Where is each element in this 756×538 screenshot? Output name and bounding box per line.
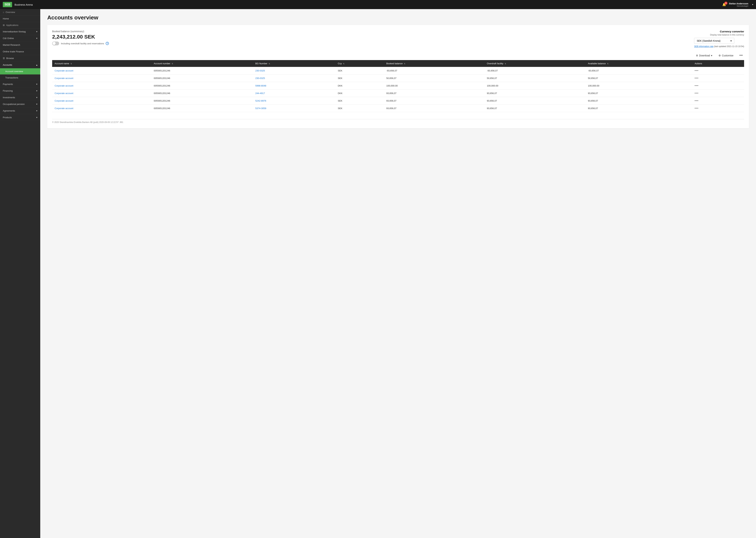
cell-account-name-5: Corporate account bbox=[52, 105, 151, 112]
sidebar-item-ci-online[interactable]: C&I Online ▾ bbox=[0, 35, 40, 42]
table-body: Corporate account 0055651201246 230-0325… bbox=[52, 67, 744, 112]
account-name-link-4[interactable]: Corporate account bbox=[55, 99, 73, 102]
cell-bg-number-1: 230-0325 bbox=[253, 75, 335, 82]
cell-bg-number-0: 230-0325 bbox=[253, 67, 335, 75]
account-name-link-3[interactable]: Corporate account bbox=[55, 92, 73, 94]
cell-booked-balance-3: 93,656,07 bbox=[384, 89, 484, 97]
toggle-knob bbox=[53, 42, 56, 45]
row-actions-button-5[interactable]: ••• bbox=[694, 107, 699, 110]
cell-available-balance-1: 50,656,07 bbox=[586, 75, 692, 82]
balance-label: Booked balance (summmary) bbox=[52, 30, 109, 33]
sidebar-subitem-transactions[interactable]: Transactions bbox=[0, 75, 40, 81]
seb-logo: SEB bbox=[3, 2, 12, 7]
sort-icon-booked-balance[interactable]: ⇅ bbox=[404, 63, 405, 65]
sidebar-item-internetbanken[interactable]: Internetbanken företag ▾ bbox=[0, 28, 40, 35]
cell-overdraft-2: 100,000.00 bbox=[484, 82, 586, 89]
account-name-link-5[interactable]: Corporate account bbox=[55, 107, 73, 110]
main-layout: ⌂ Overview Home ⊞ Applications Internetb… bbox=[0, 9, 756, 538]
currency-select-dropdown[interactable]: SEK (Swedish Krona) ▾ bbox=[694, 38, 734, 44]
sidebar-item-investments[interactable]: Investments ▾ bbox=[0, 94, 40, 101]
overdraft-toggle[interactable] bbox=[52, 41, 59, 45]
bg-number-link-1[interactable]: 230-0325 bbox=[255, 77, 265, 80]
sidebar-item-home[interactable]: Home bbox=[0, 16, 40, 22]
download-button[interactable]: ⬇ Download ▾ bbox=[694, 53, 714, 58]
sidebar-item-payments[interactable]: Payments ▾ bbox=[0, 81, 40, 87]
table-row: Corporate account 0055651201246 5242-897… bbox=[52, 97, 744, 105]
row-actions-button-3[interactable]: ••• bbox=[694, 91, 699, 94]
seb-rate-link[interactable]: SEB information rate bbox=[694, 45, 714, 48]
currency-select-value: SEK (Swedish Krona) bbox=[697, 39, 720, 42]
row-actions-button-4[interactable]: ••• bbox=[694, 99, 699, 102]
customise-button[interactable]: ⚙ Customise bbox=[717, 53, 735, 58]
account-name-link-1[interactable]: Corporate account bbox=[55, 77, 73, 80]
sidebar-subitem-account-overview[interactable]: Account overview bbox=[0, 68, 40, 75]
sidebar-item-occupational-pension[interactable]: Occupational pension ▾ bbox=[0, 101, 40, 108]
sort-icon-available-balance[interactable]: ⇅ bbox=[607, 63, 608, 65]
sidebar-item-online-trade[interactable]: Online trade Finance bbox=[0, 48, 40, 55]
bg-number-link-0[interactable]: 230-0325 bbox=[255, 69, 265, 72]
user-info[interactable]: Stefan Andersson Demobolaget bbox=[729, 2, 748, 7]
cell-ccy-2: DKK bbox=[335, 82, 384, 89]
notification-badge: 8 bbox=[724, 2, 728, 5]
sidebar-item-market-research[interactable]: Market Research bbox=[0, 42, 40, 48]
cell-bg-number-2: 5998-8048 bbox=[253, 82, 335, 89]
col-overdraft-facility: Overdraft facility ⇅ bbox=[484, 60, 586, 67]
sort-icon-account-number[interactable]: ⇅ bbox=[172, 63, 173, 65]
row-actions-button-2[interactable]: ••• bbox=[694, 84, 699, 87]
sort-icon-account-name[interactable]: ⇅ bbox=[71, 63, 72, 65]
help-icon[interactable]: ? bbox=[106, 42, 109, 45]
more-options-button[interactable]: ••• bbox=[738, 53, 744, 58]
table-header: Account name ⇅ Account number ⇅ BG Numbe… bbox=[52, 60, 744, 67]
account-name-link-0[interactable]: Corporate account bbox=[55, 69, 73, 72]
bg-number-link-4[interactable]: 5242-8976 bbox=[255, 99, 266, 102]
converter-title: Currency converter bbox=[694, 30, 744, 33]
cell-overdraft-0: -93,656,07 bbox=[484, 67, 586, 75]
cell-actions-0: ••• bbox=[692, 67, 744, 75]
row-actions-button-1[interactable]: ••• bbox=[694, 77, 699, 80]
overdraft-row: Including overdraft facility and reserva… bbox=[52, 41, 109, 45]
col-actions: Actions bbox=[692, 60, 744, 67]
sort-icon-overdraft[interactable]: ⇅ bbox=[505, 63, 506, 65]
cell-booked-balance-4: 93,656,07 bbox=[384, 97, 484, 105]
chevron-icon-investments: ▾ bbox=[36, 96, 37, 99]
bg-number-link-3[interactable]: 244-4917 bbox=[255, 92, 265, 94]
chevron-icon-ci: ▾ bbox=[36, 37, 37, 39]
currency-converter: Currency converter Display total balance… bbox=[694, 30, 744, 48]
account-name-link-2[interactable]: Corporate account bbox=[55, 84, 73, 87]
accounts-card: Booked balance (summmary) 2,243,212.00 S… bbox=[47, 25, 749, 128]
browse-icon: ☰ bbox=[3, 57, 5, 60]
cell-actions-5: ••• bbox=[692, 105, 744, 112]
sidebar-item-browse[interactable]: ☰ Browse bbox=[0, 55, 40, 62]
cell-account-name-1: Corporate account bbox=[52, 75, 151, 82]
page-footer: © 2020 Skandinaviska Enskilda Banken AB … bbox=[52, 119, 744, 124]
download-icon: ⬇ bbox=[696, 54, 698, 57]
notification-bell[interactable]: 🔔 8 bbox=[722, 3, 726, 7]
table-toolbar: ⬇ Download ▾ ⚙ Customise ••• bbox=[52, 51, 744, 58]
cell-account-number-1: 0055651201246 bbox=[151, 75, 253, 82]
sort-icon-ccy[interactable]: ⇅ bbox=[343, 63, 344, 65]
col-account-number: Account number ⇅ bbox=[151, 60, 253, 67]
sidebar-item-products[interactable]: Products ▾ bbox=[0, 114, 40, 121]
cell-account-number-0: 0055651201246 bbox=[151, 67, 253, 75]
sidebar-overview-header: ⌂ Overview bbox=[0, 9, 40, 16]
cell-account-name-2: Corporate account bbox=[52, 82, 151, 89]
chevron-icon-accounts: ▴ bbox=[36, 64, 37, 66]
row-actions-button-0[interactable]: ••• bbox=[694, 69, 699, 72]
sort-icon-bg-number[interactable]: ⇅ bbox=[269, 63, 270, 65]
cell-ccy-3: DKK bbox=[335, 89, 384, 97]
applications-icon: ⊞ bbox=[3, 24, 5, 27]
sidebar-item-accounts[interactable]: Accounts ▴ bbox=[0, 62, 40, 68]
cell-booked-balance-2: 100,000.00 bbox=[384, 82, 484, 89]
chevron-icon-payments: ▾ bbox=[36, 83, 37, 85]
sidebar-item-financing[interactable]: Financing ▾ bbox=[0, 87, 40, 94]
table-row: Corporate account 0055651201246 5998-804… bbox=[52, 82, 744, 89]
cell-account-name-4: Corporate account bbox=[52, 97, 151, 105]
user-dropdown-chevron[interactable]: ▾ bbox=[752, 3, 753, 6]
cell-ccy-4: SEK bbox=[335, 97, 384, 105]
cell-overdraft-4: 93,656,07 bbox=[484, 97, 586, 105]
bg-number-link-5[interactable]: 5374-3059 bbox=[255, 107, 266, 110]
col-bg-number: BG Number ⇅ bbox=[253, 60, 335, 67]
sidebar-item-agreements[interactable]: Agreements ▾ bbox=[0, 108, 40, 114]
bg-number-link-2[interactable]: 5998-8048 bbox=[255, 84, 266, 87]
cell-ccy-0: SEK bbox=[335, 67, 384, 75]
